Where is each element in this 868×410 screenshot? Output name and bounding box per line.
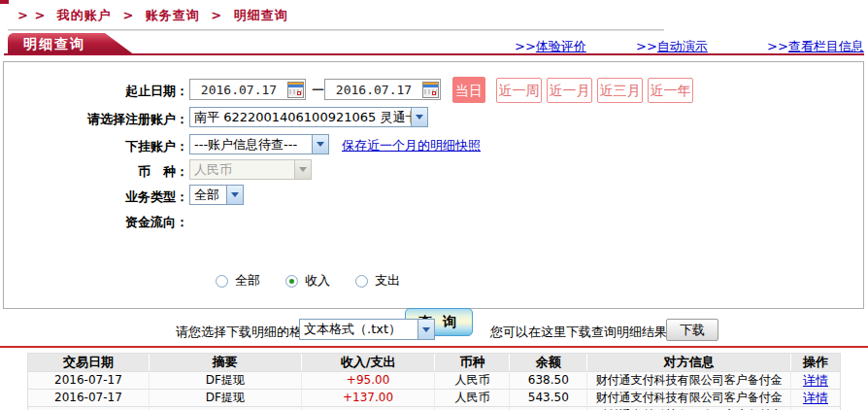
breadcrumb: > > 我的账户 > 账务查询 > 明细查询 bbox=[17, 7, 294, 24]
breadcrumb-separator: > bbox=[211, 8, 222, 22]
header-currency: 币种 bbox=[435, 354, 510, 371]
tab-underline bbox=[4, 53, 864, 55]
header-action: 操作 bbox=[791, 354, 840, 371]
cell-currency: 人民币 bbox=[435, 372, 510, 390]
range-today-button[interactable]: 当日 bbox=[452, 77, 485, 103]
chevron-down-icon bbox=[226, 186, 243, 204]
header-date: 交易日期 bbox=[28, 354, 150, 371]
chevron-down-icon bbox=[312, 135, 328, 154]
flow-option-label: 支出 bbox=[375, 272, 400, 290]
account-select-value: 南平 6222001406100921065 灵通卡 bbox=[190, 109, 411, 126]
download-format-label: 请您选择下载明细的格式 bbox=[176, 324, 315, 341]
flow-option-expense[interactable]: 支出 bbox=[355, 272, 400, 290]
download-format-select[interactable]: 文本格式（.txt） bbox=[299, 319, 435, 340]
header-counterparty: 对方信息 bbox=[587, 354, 791, 371]
auto-demo-link[interactable]: >>自动演示 bbox=[636, 38, 708, 55]
date-to-value: 2016.07.17 bbox=[325, 83, 422, 97]
cell-balance: 638.50 bbox=[510, 372, 587, 390]
tab-label: 明细查询 bbox=[23, 36, 85, 51]
range-year-button[interactable]: 近一年 bbox=[648, 78, 693, 103]
chevron-down-icon bbox=[411, 108, 427, 126]
breadcrumb-prefix: > > bbox=[17, 8, 46, 22]
currency-select-value: 人民币 bbox=[190, 161, 294, 179]
cell-currency: 人民币 bbox=[435, 390, 510, 407]
flow-option-label: 收入 bbox=[305, 272, 330, 290]
range-week-button[interactable]: 近一周 bbox=[496, 78, 542, 103]
tab-detail-query[interactable]: 明细查询 bbox=[8, 33, 136, 55]
breadcrumb-separator: > bbox=[122, 8, 134, 22]
header-balance: 余额 bbox=[510, 354, 587, 371]
table-row: 2016-07-17 DF提现 +137.00 人民币 543.50 财付通支付… bbox=[28, 389, 840, 406]
date-range-separator: — bbox=[312, 82, 324, 96]
biz-type-label: 业务类型： bbox=[33, 188, 188, 206]
cell-date: 2016-07-17 bbox=[28, 372, 150, 390]
date-to-input[interactable]: 2016.07.17 bbox=[324, 79, 441, 100]
table-header-row: 交易日期 摘要 收入/支出 币种 余额 对方信息 操作 bbox=[28, 354, 840, 371]
currency-select: 人民币 bbox=[189, 159, 312, 180]
breadcrumb-item-account-query[interactable]: 账务查询 bbox=[146, 8, 200, 22]
radio-checked-icon[interactable] bbox=[285, 275, 298, 288]
download-button[interactable]: 下载 bbox=[666, 319, 718, 341]
cell-action: 详情 bbox=[791, 390, 840, 407]
link-prefix: >> bbox=[636, 39, 657, 53]
link-prefix: >> bbox=[515, 39, 536, 53]
date-from-input[interactable]: 2016.07.17 bbox=[189, 79, 306, 100]
page-corner-mark bbox=[0, 0, 9, 4]
flow-option-all[interactable]: 全部 bbox=[216, 272, 260, 290]
link-label: 查看栏目信息 bbox=[788, 39, 864, 53]
radio-icon[interactable] bbox=[216, 275, 228, 288]
flow-radio-group: 全部 收入 支出 bbox=[216, 272, 425, 290]
transaction-table: 交易日期 摘要 收入/支出 币种 余额 对方信息 操作 2016-07-17 D… bbox=[27, 353, 841, 410]
radio-icon[interactable] bbox=[355, 275, 368, 288]
breadcrumb-divider bbox=[8, 29, 664, 31]
cell-amount: +95.00 bbox=[302, 372, 436, 390]
experience-rating-link[interactable]: >>体验评价 bbox=[515, 38, 586, 55]
query-form-panel: 起止日期： 2016.07.17 — 2016.07.17 当日 近一周 近一月… bbox=[3, 61, 864, 309]
link-prefix: >> bbox=[767, 39, 788, 53]
breadcrumb-item-detail-query[interactable]: 明细查询 bbox=[234, 8, 288, 22]
snapshot-link[interactable]: 保存近一个月的明细快照 bbox=[342, 137, 481, 154]
calendar-icon[interactable] bbox=[422, 82, 439, 98]
cell-summary: DF提现 bbox=[150, 390, 302, 407]
table-row: 2016-07-17 DF提现 +95.00 人民币 638.50 财付通支付科… bbox=[28, 371, 840, 389]
cell-summary: DF提现 bbox=[150, 372, 302, 390]
calendar-icon[interactable] bbox=[287, 82, 304, 98]
cell-counterparty: 财付通支付科技有限公司客户备付金 bbox=[587, 390, 791, 407]
link-label: 自动演示 bbox=[657, 39, 708, 53]
cell-date: 2016-07-17 bbox=[28, 390, 150, 407]
detail-link[interactable]: 详情 bbox=[803, 373, 828, 388]
cell-action: 详情 bbox=[791, 372, 840, 390]
biz-type-select-value: 全部 bbox=[190, 187, 226, 204]
cell-counterparty: 财付通支付科技有限公司客户备付金 bbox=[587, 372, 791, 390]
chevron-down-icon bbox=[294, 160, 311, 179]
date-range-label: 起止日期： bbox=[33, 83, 188, 100]
flow-label: 资金流向： bbox=[33, 214, 188, 231]
cell-balance: 543.50 bbox=[510, 390, 587, 407]
table-row-partial: 财付通支付科技有限公司客户备付金 bbox=[28, 406, 840, 410]
cell-amount: +137.00 bbox=[302, 390, 436, 407]
currency-label: 币 种： bbox=[33, 163, 188, 181]
account-label: 请选择注册账户： bbox=[33, 111, 188, 128]
column-info-link[interactable]: >>查看栏目信息 bbox=[767, 38, 864, 55]
flow-option-label: 全部 bbox=[235, 272, 260, 290]
detail-query-page: > > 我的账户 > 账务查询 > 明细查询 明细查询 >>体验评价 >>自动演… bbox=[0, 0, 868, 410]
header-summary: 摘要 bbox=[150, 354, 302, 371]
link-label: 体验评价 bbox=[536, 39, 586, 53]
sub-account-label: 下挂账户： bbox=[33, 138, 188, 155]
range-quarter-button[interactable]: 近三月 bbox=[597, 78, 643, 103]
download-format-value: 文本格式（.txt） bbox=[300, 321, 417, 338]
date-from-value: 2016.07.17 bbox=[190, 83, 287, 97]
account-select[interactable]: 南平 6222001406100921065 灵通卡 bbox=[189, 107, 428, 127]
flow-option-income[interactable]: 收入 bbox=[285, 272, 330, 290]
download-hint: 您可以在这里下载查询明细结果 bbox=[490, 324, 667, 341]
sub-account-select-value: ---账户信息待查--- bbox=[190, 136, 312, 154]
biz-type-select[interactable]: 全部 bbox=[189, 185, 244, 205]
table-top-divider bbox=[0, 346, 868, 348]
range-month-button[interactable]: 近一月 bbox=[547, 78, 592, 103]
sub-account-select[interactable]: ---账户信息待查--- bbox=[189, 134, 329, 154]
header-amount: 收入/支出 bbox=[302, 354, 436, 371]
chevron-down-icon bbox=[417, 320, 434, 339]
detail-link[interactable]: 详情 bbox=[803, 391, 828, 405]
breadcrumb-item-my-account[interactable]: 我的账户 bbox=[57, 8, 112, 22]
